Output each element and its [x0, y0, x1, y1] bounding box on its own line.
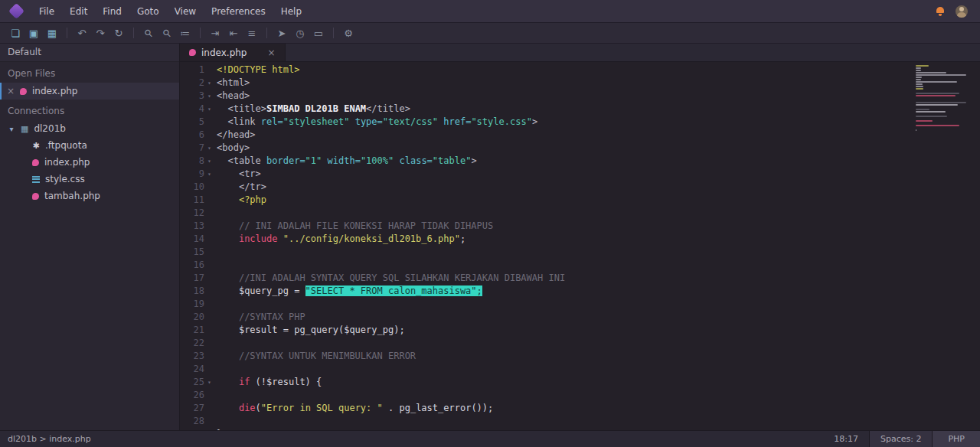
- code-line-5[interactable]: 5 <link rel="stylesheet" type="text/css"…: [180, 116, 980, 129]
- user-avatar[interactable]: [956, 5, 968, 18]
- minimap-line: [916, 67, 921, 69]
- code-line-20[interactable]: 20 //SYNTAX PHP: [180, 311, 980, 324]
- code-line-23[interactable]: 23 //SYNTAX UNTUK MENIMBULKAN ERROR: [180, 350, 980, 363]
- code-text: }: [214, 428, 222, 430]
- editor[interactable]: 1<!DOCTYPE html>2▾<html>3▾<head>4▾ <titl…: [180, 62, 980, 430]
- code-line-4[interactable]: 4▾ <title>SIMBAD DL201B ENAM</title>: [180, 103, 980, 116]
- fold-toggle-icon[interactable]: ▾: [204, 77, 214, 90]
- minimap-line: [916, 86, 923, 87]
- status-php[interactable]: PHP: [932, 431, 980, 447]
- minimap[interactable]: [916, 65, 969, 132]
- code-line-13[interactable]: 13 // INI ADALAH FILE KONEKSI HARAP TIDA…: [180, 220, 980, 233]
- code-line-28[interactable]: 28: [180, 415, 980, 428]
- tree-root-dl201b[interactable]: ▾▦dl201b: [0, 120, 179, 137]
- refresh-icon[interactable]: ↻: [109, 25, 128, 41]
- code-line-21[interactable]: 21 $result = pg_query($query_pg);: [180, 324, 980, 337]
- open-file-index.php[interactable]: ×index.php: [0, 83, 179, 100]
- code-text: <head>: [214, 90, 250, 103]
- save-icon[interactable]: ▣: [24, 25, 43, 41]
- run-icon[interactable]: ➤: [273, 25, 291, 41]
- code-line-8[interactable]: 8▾ <table border="1" width="100%" class=…: [180, 155, 980, 168]
- fold-toggle-icon: [204, 337, 214, 350]
- code-line-26[interactable]: 26: [180, 389, 980, 402]
- tree-item-style.css[interactable]: style.css: [0, 171, 179, 188]
- menu-file[interactable]: File: [31, 3, 62, 20]
- line-number: 6: [180, 129, 204, 142]
- align-icon[interactable]: ≡: [243, 25, 261, 41]
- statusbar-path[interactable]: dl201b > index.php: [0, 434, 99, 444]
- tree-item-.ftpquota[interactable]: ✱.ftpquota: [0, 137, 179, 154]
- new-file-icon[interactable]: ❏: [6, 25, 24, 41]
- save-all-icon[interactable]: ▦: [43, 25, 61, 41]
- tree-item-tambah.php[interactable]: tambah.php: [0, 188, 179, 204]
- fold-toggle-icon[interactable]: ▾: [204, 155, 214, 168]
- status-spaces-2[interactable]: Spaces: 2: [869, 431, 932, 447]
- tab-index.php[interactable]: index.php×: [180, 44, 286, 61]
- code-line-27[interactable]: 27 die("Error in SQL query: " . pg_last_…: [180, 402, 980, 415]
- code-line-14[interactable]: 14 include "../config/koneksi_dl201b_6.p…: [180, 233, 980, 246]
- notifications-bell-icon[interactable]: [936, 7, 945, 16]
- minimap-line: [916, 74, 966, 76]
- line-number: 24: [180, 363, 204, 376]
- code-line-16[interactable]: 16: [180, 259, 980, 272]
- line-number: 12: [180, 207, 204, 220]
- fold-toggle-icon: [204, 324, 214, 337]
- project-switcher[interactable]: Default: [0, 44, 179, 62]
- code-line-18[interactable]: 18 $query_pg = "SELECT * FROM calon_maha…: [180, 285, 980, 298]
- code-line-15[interactable]: 15: [180, 246, 980, 259]
- fold-toggle-icon[interactable]: ▾: [204, 142, 214, 155]
- menu-help[interactable]: Help: [273, 3, 309, 20]
- indent-icon[interactable]: ⇥: [206, 25, 224, 41]
- php-file-icon: [20, 88, 27, 95]
- chevron-down-icon[interactable]: ▾: [8, 125, 15, 133]
- status-18-17[interactable]: 18:17: [823, 431, 869, 447]
- menu-view[interactable]: View: [167, 3, 204, 20]
- code-line-19[interactable]: 19: [180, 298, 980, 311]
- undo-icon[interactable]: ↶: [73, 25, 91, 41]
- tree-item-label: tambah.php: [44, 191, 100, 201]
- code-text: [214, 415, 217, 428]
- fold-toggle-icon[interactable]: ▾: [204, 168, 214, 181]
- code-text: //INI ADALAH SYNTAX QUERY SQL SILAHKAN K…: [214, 272, 565, 285]
- code-line-3[interactable]: 3▾<head>: [180, 90, 980, 103]
- code-line-25[interactable]: 25▾ if (!$result) {: [180, 376, 980, 389]
- fold-toggle-icon[interactable]: ▾: [204, 376, 214, 389]
- close-file-icon[interactable]: ×: [7, 86, 15, 96]
- tree-item-index.php[interactable]: index.php: [0, 154, 179, 171]
- code-line-17[interactable]: 17 //INI ADALAH SYNTAX QUERY SQL SILAHKA…: [180, 272, 980, 285]
- history-icon[interactable]: ◷: [291, 25, 309, 41]
- code-line-6[interactable]: 6</head>: [180, 129, 980, 142]
- code-line-29[interactable]: 29}: [180, 428, 980, 430]
- line-number: 9: [180, 168, 204, 181]
- statusbar: dl201b > index.php 18:17Spaces: 2PHP: [0, 430, 980, 447]
- fold-toggle-icon[interactable]: ▾: [204, 90, 214, 103]
- code-line-7[interactable]: 7▾<body>: [180, 142, 980, 155]
- tab-close-icon[interactable]: ×: [267, 47, 275, 58]
- line-number: 11: [180, 194, 204, 207]
- minimap-line: [916, 83, 923, 85]
- code-line-9[interactable]: 9▾ <tr>: [180, 168, 980, 181]
- line-number: 18: [180, 285, 204, 298]
- outdent-icon[interactable]: ⇤: [224, 25, 243, 41]
- app-logo-icon[interactable]: [8, 3, 24, 19]
- settings-icon[interactable]: ⚙: [339, 25, 358, 41]
- menu-preferences[interactable]: Preferences: [204, 3, 273, 20]
- fold-toggle-icon: [204, 116, 214, 129]
- code-line-11[interactable]: 11 <?php: [180, 194, 980, 207]
- menu-edit[interactable]: Edit: [62, 3, 95, 20]
- redo-icon[interactable]: ↷: [91, 25, 109, 41]
- code-line-24[interactable]: 24: [180, 363, 980, 376]
- menu-goto[interactable]: Goto: [129, 3, 167, 20]
- code-line-2[interactable]: 2▾<html>: [180, 77, 980, 90]
- menu-find[interactable]: Find: [95, 3, 129, 20]
- code-line-22[interactable]: 22: [180, 337, 980, 350]
- code-line-1[interactable]: 1<!DOCTYPE html>: [180, 64, 980, 77]
- filter-lines-icon[interactable]: ≔: [176, 25, 194, 41]
- fold-toggle-icon[interactable]: ▾: [204, 103, 214, 116]
- code-line-10[interactable]: 10 </tr>: [180, 181, 980, 194]
- preview-icon[interactable]: ▭: [309, 25, 328, 41]
- menubar: FileEditFindGotoViewPreferencesHelp: [0, 0, 980, 23]
- line-number: 26: [180, 389, 204, 402]
- toolbar-separator: [333, 28, 334, 38]
- code-line-12[interactable]: 12: [180, 207, 980, 220]
